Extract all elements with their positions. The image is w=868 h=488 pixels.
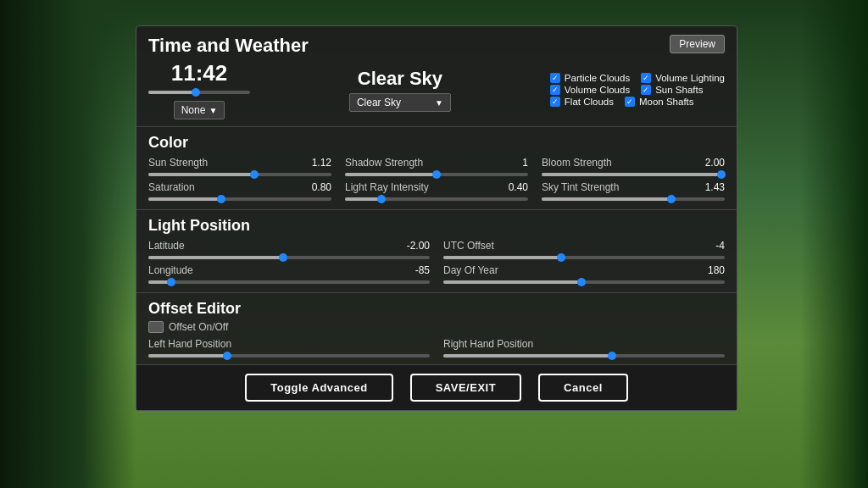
light-ray-intensity-value: 0.40: [509, 181, 528, 193]
latitude-slider: Latitude -2.00: [148, 240, 430, 261]
panel-title: Time and Weather: [148, 35, 725, 57]
bloom-strength-track[interactable]: [542, 173, 725, 176]
save-exit-button[interactable]: SAVE/EXIT: [410, 374, 521, 402]
footer-buttons: Toggle Advanced SAVE/EXIT Cancel: [136, 365, 737, 410]
moon-shafts-checkbox[interactable]: ✓: [625, 97, 635, 107]
light-ray-intensity-slider: Light Ray Intensity 0.40: [345, 181, 528, 202]
header-row: 11:42 None ▼ Clear Sky: [148, 60, 725, 119]
shadow-strength-value: 1: [522, 157, 528, 169]
light-sliders-grid: Latitude -2.00 UTC Offset -4: [148, 240, 725, 286]
longitude-slider: Longitude -85: [148, 264, 430, 286]
utc-offset-track[interactable]: [443, 256, 725, 259]
preview-button[interactable]: Preview: [670, 35, 725, 53]
saturation-label: Saturation: [148, 181, 195, 193]
day-of-year-track[interactable]: [443, 280, 725, 284]
utc-offset-label: UTC Offset: [443, 240, 494, 252]
bloom-strength-label: Bloom Strength: [542, 157, 612, 169]
offset-sliders-grid: Left Hand Position Right Hand Position: [148, 338, 725, 359]
clearsky-arrow-icon: ▼: [435, 98, 443, 108]
sun-shafts-label: Sun Shafts: [655, 85, 703, 95]
right-hand-position-label: Right Hand Position: [443, 338, 533, 350]
shadow-strength-track[interactable]: [345, 173, 528, 176]
offset-editor-title: Offset Editor: [148, 300, 725, 318]
sun-strength-slider: Sun Strength 1.12: [148, 157, 331, 178]
latitude-value: -2.00: [407, 240, 430, 252]
sun-strength-track[interactable]: [148, 173, 331, 176]
volume-clouds-checkbox[interactable]: ✓: [550, 85, 560, 95]
time-block: 11:42 None ▼: [148, 60, 250, 119]
left-hand-position-slider: Left Hand Position: [148, 338, 430, 359]
day-of-year-label: Day Of Year: [443, 264, 498, 276]
right-hand-position-slider: Right Hand Position: [443, 338, 725, 359]
volume-lighting-checkbox[interactable]: ✓: [641, 73, 651, 83]
saturation-slider: Saturation 0.80: [148, 181, 331, 202]
light-ray-intensity-label: Light Ray Intensity: [345, 181, 429, 193]
sun-shafts-checkbox[interactable]: ✓: [641, 85, 651, 95]
toggle-advanced-button[interactable]: Toggle Advanced: [245, 374, 392, 402]
sky-tint-strength-label: Sky Tint Strength: [542, 181, 619, 193]
sun-strength-label: Sun Strength: [148, 157, 208, 169]
light-ray-intensity-track[interactable]: [345, 197, 528, 201]
time-display: 11:42: [171, 60, 228, 86]
sun-strength-value: 1.12: [312, 157, 331, 169]
cloud-row-0: ✓ Particle Clouds ✓ Volume Lighting: [550, 73, 725, 83]
bloom-strength-value: 2.00: [705, 157, 725, 169]
longitude-value: -85: [415, 264, 430, 276]
bloom-strength-slider: Bloom Strength 2.00: [542, 157, 725, 178]
color-sliders-grid: Sun Strength 1.12 Shadow Strength 1: [148, 157, 725, 202]
none-dropdown-row: None ▼: [174, 101, 225, 119]
offset-editor-section: Offset Editor Offset On/Off Left Hand Po…: [136, 293, 737, 365]
left-hand-position-label: Left Hand Position: [148, 338, 231, 350]
trees-right: [800, 0, 868, 488]
cloud-row-1: ✓ Volume Clouds ✓ Sun Shafts: [550, 85, 725, 95]
light-position-title: Light Position: [148, 217, 725, 235]
latitude-track[interactable]: [148, 256, 430, 259]
none-dropdown[interactable]: None ▼: [174, 101, 225, 119]
sky-tint-strength-slider: Sky Tint Strength 1.43: [542, 181, 725, 202]
time-slider-track[interactable]: [148, 91, 250, 94]
saturation-value: 0.80: [312, 181, 331, 193]
clouds-section: ✓ Particle Clouds ✓ Volume Lighting ✓ Vo…: [550, 73, 725, 107]
weather-center: Clear Sky Clear Sky ▼: [264, 68, 537, 112]
left-hand-track[interactable]: [148, 354, 430, 358]
color-section: Color Sun Strength 1.12 Shadow Strength …: [136, 127, 737, 210]
sky-tint-strength-value: 1.43: [705, 181, 725, 193]
flat-clouds-checkbox[interactable]: ✓: [550, 97, 560, 107]
time-slider-wrap: [148, 88, 250, 96]
clearsky-dropdown-row: Clear Sky ▼: [264, 93, 537, 112]
sky-tint-strength-track[interactable]: [542, 197, 725, 201]
cancel-button[interactable]: Cancel: [538, 374, 628, 402]
day-of-year-slider: Day Of Year 180: [443, 264, 725, 286]
offset-toggle-label: Offset On/Off: [169, 321, 228, 333]
utc-offset-slider: UTC Offset -4: [443, 240, 725, 261]
utc-offset-value: -4: [715, 240, 725, 252]
shadow-strength-slider: Shadow Strength 1: [345, 157, 528, 178]
volume-clouds-label: Volume Clouds: [565, 85, 630, 95]
particle-clouds-label: Particle Clouds: [565, 73, 630, 83]
day-of-year-value: 180: [708, 264, 725, 276]
latitude-label: Latitude: [148, 240, 185, 252]
particle-clouds-checkbox[interactable]: ✓: [550, 73, 560, 83]
dropdown-arrow-icon: ▼: [209, 106, 217, 115]
offset-toggle-row: Offset On/Off: [148, 321, 725, 333]
flat-clouds-label: Flat Clouds: [565, 97, 614, 107]
main-panel: Time and Weather Preview 11:42 None ▼: [136, 25, 737, 411]
clearsky-dropdown[interactable]: Clear Sky ▼: [349, 93, 451, 112]
color-title: Color: [148, 134, 725, 152]
longitude-label: Longitude: [148, 264, 193, 276]
cloud-row-2: ✓ Flat Clouds ✓ Moon Shafts: [550, 97, 725, 107]
saturation-track[interactable]: [148, 197, 331, 201]
volume-lighting-label: Volume Lighting: [655, 73, 725, 83]
weather-label: Clear Sky: [264, 68, 537, 90]
light-position-section: Light Position Latitude -2.00 UTC Offset…: [136, 210, 737, 293]
right-hand-track[interactable]: [443, 354, 725, 358]
shadow-strength-label: Shadow Strength: [345, 157, 423, 169]
offset-toggle-checkbox[interactable]: [148, 321, 164, 333]
moon-shafts-label: Moon Shafts: [639, 97, 694, 107]
trees-left: [0, 0, 136, 488]
longitude-track[interactable]: [148, 280, 430, 284]
header-section: Time and Weather Preview 11:42 None ▼: [136, 26, 737, 127]
